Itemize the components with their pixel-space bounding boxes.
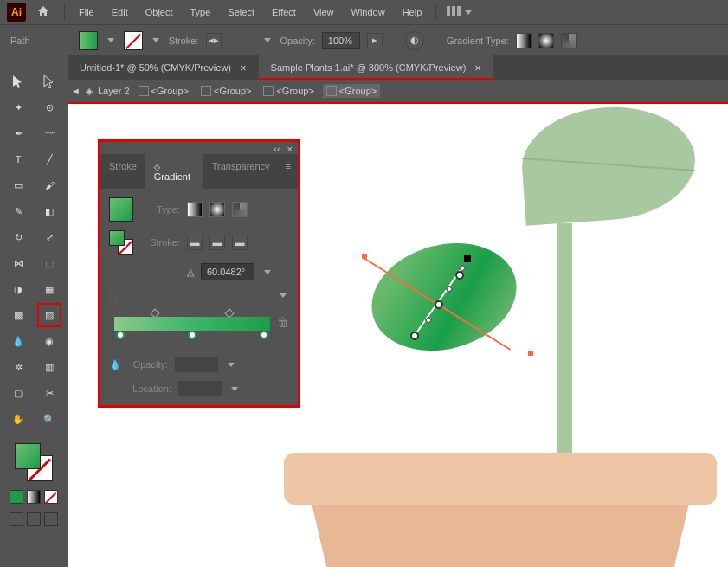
- menu-effect[interactable]: Effect: [265, 3, 303, 21]
- symbol-sprayer-tool[interactable]: ✲: [8, 357, 29, 377]
- hand-tool[interactable]: ✋: [8, 409, 29, 429]
- menu-view[interactable]: View: [306, 3, 341, 21]
- menu-type[interactable]: Type: [184, 3, 218, 21]
- freeform-gradient-icon[interactable]: [561, 33, 577, 48]
- stop-location-input[interactable]: [178, 381, 222, 396]
- gradient-mode[interactable]: [27, 490, 41, 504]
- mesh-tool[interactable]: ▩: [8, 305, 29, 325]
- rotate-tool[interactable]: ↻: [8, 227, 29, 248]
- radial-gradient-icon[interactable]: [538, 33, 554, 48]
- eraser-tool[interactable]: ◧: [39, 201, 60, 222]
- gradient-midpoint-handle[interactable]: [150, 308, 159, 318]
- close-icon[interactable]: ×: [240, 61, 247, 74]
- stroke-swatch[interactable]: [124, 31, 143, 50]
- panel-collapse-icon[interactable]: ‹‹: [274, 144, 280, 152]
- panel-menu-icon[interactable]: ≡: [279, 154, 298, 189]
- angle-dropdown[interactable]: [261, 266, 274, 278]
- gradient-tool[interactable]: ▨: [39, 305, 60, 325]
- stroke-apply-along[interactable]: ▬: [209, 235, 225, 250]
- panel-fill-stroke[interactable]: [109, 230, 133, 255]
- free-transform-tool[interactable]: ⬚: [39, 253, 60, 274]
- bc-group-2[interactable]: <Group>: [197, 84, 254, 98]
- rectangle-tool[interactable]: ▭: [8, 175, 29, 196]
- workspace-switcher[interactable]: [443, 3, 478, 22]
- gradient-end[interactable]: [464, 255, 471, 262]
- bc-layer[interactable]: Layer 2: [98, 86, 130, 96]
- direct-selection-tool[interactable]: [39, 71, 60, 92]
- panel-close-icon[interactable]: ×: [287, 144, 293, 152]
- type-linear-icon[interactable]: [187, 202, 203, 217]
- color-mode[interactable]: [10, 490, 23, 504]
- stroke-profile-dropdown[interactable]: [261, 35, 274, 47]
- shaper-tool[interactable]: ✎: [8, 201, 29, 222]
- back-icon[interactable]: ◄: [71, 86, 81, 96]
- bc-group-1[interactable]: <Group>: [135, 84, 192, 98]
- line-tool[interactable]: ╱: [39, 149, 60, 170]
- curvature-tool[interactable]: 〰: [39, 123, 60, 144]
- slice-tool[interactable]: ✂: [39, 383, 60, 403]
- gradient-stop[interactable]: [410, 332, 419, 340]
- perspective-tool[interactable]: ▦: [39, 279, 60, 300]
- panel-tab-gradient[interactable]: Gradient: [145, 154, 203, 189]
- type-tool[interactable]: T: [8, 149, 29, 170]
- stroke-apply-across[interactable]: ▬: [232, 235, 248, 250]
- artwork-leaf-selected[interactable]: [370, 245, 518, 349]
- bc-group-3[interactable]: <Group>: [260, 84, 317, 98]
- selection-tool[interactable]: [8, 71, 29, 92]
- type-radial-icon[interactable]: [209, 202, 225, 217]
- menu-object[interactable]: Object: [139, 3, 180, 21]
- gradient-stop[interactable]: [435, 300, 443, 309]
- menu-edit[interactable]: Edit: [105, 3, 135, 21]
- gradient-stop-handle[interactable]: [188, 331, 196, 339]
- gradient-preview-swatch[interactable]: [109, 197, 133, 222]
- angle-input[interactable]: [201, 263, 254, 280]
- screen-full[interactable]: [27, 512, 41, 526]
- stop-opacity-input[interactable]: [175, 357, 218, 372]
- aspect-dropdown[interactable]: [277, 289, 289, 301]
- bc-group-4[interactable]: <Group>: [323, 84, 380, 98]
- eyedropper-icon[interactable]: 💧: [109, 359, 121, 370]
- magic-wand-tool[interactable]: ✦: [8, 97, 29, 118]
- lasso-tool[interactable]: ⊙: [39, 97, 60, 118]
- graph-tool[interactable]: ▥: [39, 357, 60, 377]
- fill-stroke-control[interactable]: [15, 443, 53, 481]
- menu-select[interactable]: Select: [221, 3, 261, 21]
- stroke-dropdown[interactable]: [150, 35, 162, 47]
- gradient-slider[interactable]: [114, 317, 270, 331]
- gradient-stop-handle[interactable]: [116, 331, 125, 339]
- gradient-stop[interactable]: [455, 271, 464, 280]
- scale-tool[interactable]: ⤢: [39, 227, 60, 248]
- panel-tab-transparency[interactable]: Transparency: [203, 154, 279, 189]
- fill-color[interactable]: [15, 443, 41, 469]
- opacity-input[interactable]: [322, 32, 360, 49]
- pen-tool[interactable]: ✒: [8, 123, 29, 144]
- menu-help[interactable]: Help: [396, 3, 429, 21]
- gradient-midpoint-handle[interactable]: [225, 308, 235, 318]
- screen-normal[interactable]: [10, 512, 23, 526]
- menu-file[interactable]: File: [72, 3, 101, 21]
- zoom-tool[interactable]: 🔍: [39, 409, 60, 429]
- fill-swatch[interactable]: [79, 31, 98, 50]
- tab-untitled[interactable]: Untitled-1* @ 50% (CMYK/Preview)×: [68, 55, 259, 80]
- panel-tab-stroke[interactable]: Stroke: [100, 154, 145, 189]
- linear-gradient-icon[interactable]: [516, 33, 532, 48]
- blend-tool[interactable]: ◉: [39, 331, 60, 351]
- screen-present[interactable]: [44, 512, 58, 526]
- eyedropper-tool[interactable]: 💧: [8, 331, 29, 351]
- shape-builder-tool[interactable]: ◑: [8, 279, 29, 300]
- width-tool[interactable]: ⋈: [8, 253, 29, 274]
- fill-dropdown[interactable]: [105, 35, 117, 47]
- gradient-stop-handle[interactable]: [260, 331, 268, 339]
- tab-sample-plants[interactable]: Sample Plants 1.ai* @ 300% (CMYK/Preview…: [259, 55, 493, 80]
- artboard-tool[interactable]: ▢: [8, 383, 29, 403]
- recolor-button[interactable]: ◐: [405, 31, 424, 50]
- opacity-more[interactable]: ▸: [367, 33, 383, 48]
- close-icon[interactable]: ×: [474, 61, 481, 74]
- type-freeform-icon[interactable]: [232, 202, 248, 217]
- paintbrush-tool[interactable]: 🖌: [39, 175, 60, 196]
- stroke-apply-within[interactable]: ▬: [187, 235, 203, 250]
- menu-window[interactable]: Window: [345, 3, 392, 21]
- home-button[interactable]: [29, 1, 57, 23]
- delete-stop-icon[interactable]: 🗑: [277, 315, 289, 329]
- none-mode[interactable]: [44, 490, 58, 504]
